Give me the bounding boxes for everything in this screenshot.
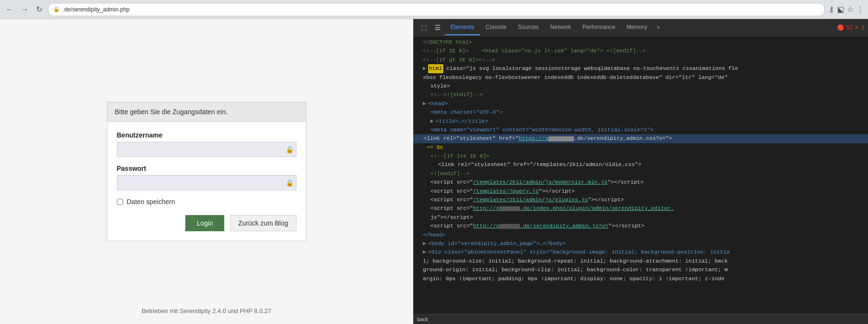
address-bar[interactable]: 🔒 .de/serendipity_admin.php: [48, 3, 825, 16]
code-line: <![endif]-->: [413, 169, 868, 178]
devtools-content[interactable]: <!DOCTYPE html> <!--[if IE 8]> <html cla…: [413, 36, 868, 314]
tab-elements[interactable]: Elements: [445, 20, 480, 35]
address-text: .de/serendipity_admin.php: [63, 6, 820, 13]
username-input[interactable]: [117, 142, 296, 157]
remember-checkbox[interactable]: [117, 199, 123, 205]
tab-memory[interactable]: Memory: [621, 20, 653, 35]
code-text: <!--[if IE 8]> <html class="no-js lt-ie9…: [423, 47, 646, 55]
devtools-toolbar: ⬚ ☰ Elements Console Sources Network Per…: [413, 19, 868, 36]
expand-icon[interactable]: ▶: [423, 64, 426, 73]
code-line-html: ▶ html class="js svg localstorage sessio…: [413, 64, 868, 73]
password-input[interactable]: [117, 175, 296, 190]
code-line: ▶ <div class="abineContentPanel" style="…: [413, 248, 868, 256]
expand-icon[interactable]: ▶: [423, 99, 426, 108]
code-text: <!--<![endif]-->: [430, 90, 483, 99]
code-text: <script src=": [430, 178, 473, 187]
code-text: <script src=": [430, 204, 473, 213]
script-link[interactable]: /templates/jquery.js: [473, 187, 539, 196]
code-text: argin: 0px !important; padding: 0px !imp…: [423, 275, 725, 283]
code-line: <script src=" /templates/jquery.js "></s…: [413, 187, 868, 196]
code-text: "></script>: [588, 196, 624, 204]
code-line: l; background-size: initial; background-…: [413, 257, 868, 265]
code-line: </head>: [413, 231, 868, 239]
code-text: class="js svg localstorage sessionstorag…: [443, 64, 738, 73]
code-text: <title>…</title>: [436, 117, 488, 126]
code-line: <!--[if lte IE 8]>: [413, 152, 868, 160]
code-text: <meta name="viewport" content="width=dev…: [430, 126, 653, 134]
code-line-dollar: == $0: [413, 143, 868, 152]
expand-icon[interactable]: ▶: [423, 239, 426, 248]
tab-performance[interactable]: Performance: [577, 20, 621, 35]
code-text: <head>: [428, 99, 448, 108]
login-body: Benutzername 🔒 Passwort 🔒 Daten spe: [107, 122, 306, 241]
forward-button[interactable]: →: [19, 4, 30, 15]
devtools-back-button[interactable]: back: [417, 316, 428, 322]
username-group: Benutzername 🔒: [117, 131, 296, 157]
tab-more[interactable]: »: [653, 20, 664, 35]
refresh-button[interactable]: ↻: [34, 4, 44, 15]
login-button[interactable]: Login: [185, 215, 224, 231]
code-text: <script src=": [430, 187, 473, 196]
code-text: ground-origin: initial; background-clip:…: [423, 265, 728, 274]
remember-label: Daten speichern: [127, 198, 175, 206]
code-text: js"></script>: [430, 213, 473, 222]
code-text: <div class="abineContentPanel" style="ba…: [428, 248, 730, 256]
code-text: "></script>: [608, 178, 644, 187]
code-text: l; background-size: initial; background-…: [423, 257, 728, 265]
keys-button[interactable]: ⚷: [829, 5, 834, 14]
code-text: <link rel="stylesheet" href="/templates/…: [438, 160, 641, 169]
code-line: ▶ <head>: [413, 99, 868, 108]
back-button[interactable]: ←: [4, 4, 15, 15]
devtools-device-btn[interactable]: ☰: [431, 22, 445, 33]
browser-actions: ⚷ ⬕ ☆ ⋮: [829, 5, 864, 14]
code-line: <meta name="viewport" content="width=dev…: [413, 126, 868, 134]
devtools-panel: ⬚ ☰ Elements Console Sources Network Per…: [413, 19, 868, 324]
password-label: Passwort: [117, 165, 296, 172]
tab-network[interactable]: Network: [544, 20, 577, 35]
three-dots: …: [415, 134, 419, 143]
code-line: ▶ <title>…</title>: [413, 117, 868, 126]
code-text: <body id="serendipity_admin_page">…</bod…: [428, 239, 566, 248]
code-line: <!--[if gt IE 8]><!-->: [413, 56, 868, 64]
code-text: <link rel="stylesheet" href=": [420, 134, 519, 143]
dollar-text: == $0: [427, 144, 443, 150]
devtools-inspect-btn[interactable]: ⬚: [417, 22, 431, 33]
script-link[interactable]: http://s▓▓▓▓▓▓▓▓.de/serendipity_admin.js…: [473, 222, 609, 230]
devtools-tabs: Elements Console Sources Network Perform…: [445, 20, 835, 35]
code-line: <link rel="stylesheet" href="/templates/…: [413, 160, 868, 169]
back-to-blog-button[interactable]: Zurück zum Blog: [230, 215, 296, 231]
script-link[interactable]: /templates/2k11/admin/js/modernizr.min.j…: [473, 178, 608, 187]
code-line: <!--<![endif]-->: [413, 90, 868, 99]
link-text[interactable]: https://s▓▓▓▓▓▓▓▓▓▓: [519, 134, 574, 143]
share-button[interactable]: ⬕: [837, 5, 844, 14]
code-line: js"></script>: [413, 213, 868, 222]
code-text: <script src=": [430, 222, 473, 230]
script-link[interactable]: http://s▓▓▓▓▓▓▓▓.de/index.php2/plugin/ad…: [473, 204, 674, 213]
html-tag: html: [428, 64, 443, 73]
username-lock-icon: 🔒: [286, 146, 294, 153]
code-line: ▶ <body id="serendipity_admin_page">…</b…: [413, 239, 868, 248]
web-page: Bitte geben Sie die Zugangsdaten ein. Be…: [0, 19, 413, 324]
code-text: .de/serendipity_admin.css?v=">: [574, 134, 672, 143]
code-line: <script src=" http://s▓▓▓▓▓▓▓▓.de/index.…: [413, 204, 868, 213]
footer-text: Betrieben mit Serendipity 2.4.0 und PHP …: [142, 307, 271, 314]
code-text: <script src=": [430, 196, 473, 204]
code-line: ground-origin: initial; background-clip:…: [413, 265, 868, 274]
code-line-highlighted: … <link rel="stylesheet" href=" https://…: [413, 134, 868, 143]
password-input-wrapper: 🔒: [117, 175, 296, 190]
browser-toolbar: ← → ↻ 🔒 .de/serendipity_admin.php ⚷ ⬕ ☆ …: [0, 0, 868, 19]
error-count: 52: [846, 24, 852, 31]
code-line: <meta charset="UTF-8">: [413, 108, 868, 117]
script-link[interactable]: /templates/2k11/admin/js/plugins.js: [473, 196, 588, 204]
code-line: <script src=" http://s▓▓▓▓▓▓▓▓.de/serend…: [413, 222, 868, 230]
menu-button[interactable]: ⋮: [857, 5, 864, 14]
code-line: <!--[if IE 8]> <html class="no-js lt-ie9…: [413, 47, 868, 55]
expand-icon[interactable]: ▶: [430, 117, 434, 126]
code-text: <!--[if gt IE 8]><!-->: [423, 56, 495, 64]
lock-icon: 🔒: [53, 6, 60, 12]
expand-icon[interactable]: ▶: [423, 248, 426, 256]
code-text: xbox flexboxlegacy no-flexboxtweener ind…: [423, 73, 728, 82]
tab-sources[interactable]: Sources: [512, 20, 544, 35]
tab-console[interactable]: Console: [480, 20, 512, 35]
star-button[interactable]: ☆: [847, 5, 854, 14]
